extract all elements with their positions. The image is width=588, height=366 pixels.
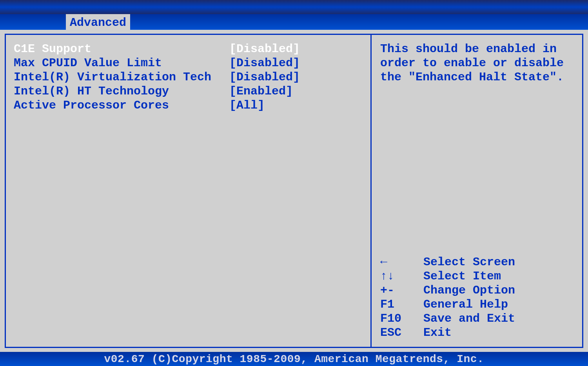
key-row-select-screen: ← Select Screen	[380, 255, 573, 269]
setting-value: [Disabled]	[229, 42, 300, 56]
setting-label: Intel(R) Virtualization Tech	[14, 70, 229, 84]
key-help: ← Select Screen ↑↓ Select Item +- Change…	[380, 255, 573, 340]
setting-value: [Disabled]	[229, 56, 300, 70]
setting-value: [Disabled]	[229, 70, 300, 84]
tab-row: Advanced	[0, 14, 588, 30]
tab-advanced[interactable]: Advanced	[66, 14, 130, 30]
key-row-general-help: F1 General Help	[380, 297, 573, 312]
setting-value: [Enabled]	[229, 84, 293, 98]
key-desc: Select Item	[423, 269, 501, 283]
setting-max-cpuid[interactable]: Max CPUID Value Limit [Disabled]	[14, 56, 363, 70]
setting-c1e-support[interactable]: C1E Support [Disabled]	[14, 42, 363, 56]
key-label: +-	[380, 283, 423, 297]
key-label: ESC	[380, 326, 423, 340]
main-area: C1E Support [Disabled] Max CPUID Value L…	[0, 30, 588, 352]
footer: v02.67 (C)Copyright 1985-2009, American …	[0, 352, 588, 366]
setting-label: Active Processor Cores	[14, 98, 229, 112]
settings-panel: C1E Support [Disabled] Max CPUID Value L…	[5, 34, 372, 348]
key-desc: Change Option	[423, 283, 515, 297]
key-desc: Save and Exit	[423, 312, 515, 326]
key-label: F1	[380, 297, 423, 312]
setting-label: Max CPUID Value Limit	[14, 56, 229, 70]
tab-label: Advanced	[70, 16, 126, 29]
setting-label: Intel(R) HT Technology	[14, 84, 229, 98]
setting-label: C1E Support	[14, 42, 229, 56]
setting-intel-vt[interactable]: Intel(R) Virtualization Tech [Disabled]	[14, 70, 363, 84]
key-row-select-item: ↑↓ Select Item	[380, 269, 573, 283]
key-desc: Select Screen	[423, 255, 515, 269]
key-label: ↑↓	[380, 269, 423, 283]
key-desc: Exit	[423, 326, 452, 340]
setting-intel-ht[interactable]: Intel(R) HT Technology [Enabled]	[14, 84, 363, 98]
key-row-exit: ESC Exit	[380, 326, 573, 340]
key-row-change-option: +- Change Option	[380, 283, 573, 297]
key-desc: General Help	[423, 297, 508, 312]
top-bar	[0, 0, 588, 14]
key-label: F10	[380, 312, 423, 326]
key-label: ←	[380, 255, 423, 269]
help-panel: This should be enabled in order to enabl…	[372, 34, 583, 348]
setting-value: [All]	[229, 98, 265, 112]
key-row-save-exit: F10 Save and Exit	[380, 312, 573, 326]
help-text: This should be enabled in order to enabl…	[380, 42, 573, 84]
footer-text: v02.67 (C)Copyright 1985-2009, American …	[104, 353, 484, 365]
setting-active-cores[interactable]: Active Processor Cores [All]	[14, 98, 363, 112]
